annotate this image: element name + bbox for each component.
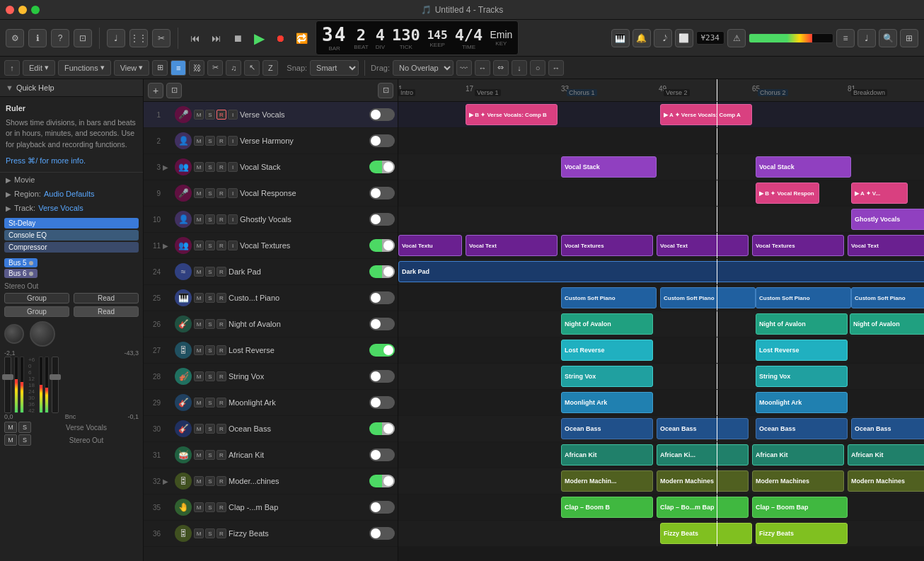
clip-african-kit-6[interactable]: African Kit — [848, 444, 924, 465]
mute-button[interactable]: M — [4, 422, 17, 433]
expand-icon[interactable]: ⇔ — [493, 60, 509, 76]
link-icon[interactable]: ⛓ — [189, 60, 204, 76]
drag-select[interactable]: No Overlap Overlap — [393, 60, 454, 76]
track-toggle-11[interactable] — [369, 239, 395, 252]
clip-custom-piano-1[interactable]: Custom Soft Piano — [561, 287, 657, 308]
track-toggle-36[interactable] — [369, 527, 395, 540]
rec-28[interactable]: R — [216, 371, 226, 381]
fx-stdelay[interactable]: St-Delay — [4, 218, 139, 229]
input-2[interactable]: I — [228, 136, 238, 146]
rewind-button[interactable]: ⏮ — [185, 28, 205, 48]
mute-26[interactable]: M — [194, 319, 204, 329]
clip-vocal-textures-1[interactable]: Vocal Textu — [398, 235, 462, 256]
mute-3[interactable]: M — [194, 162, 204, 172]
clip-african-kit-4[interactable]: African Kit — [752, 444, 844, 465]
midi2-icon[interactable]: ♫ — [226, 60, 241, 76]
down-arrow-icon[interactable]: ↓ — [512, 60, 527, 76]
solo-9[interactable]: S — [205, 188, 215, 198]
clip-clap-2[interactable]: Clap – Bo...m Bap — [657, 497, 749, 518]
waveform-icon[interactable]: 〰 — [456, 60, 472, 76]
note-icon[interactable]: ♩ — [857, 29, 876, 47]
solo-35[interactable]: S — [205, 502, 215, 512]
mute-36[interactable]: M — [194, 528, 204, 538]
clip-vocal-stack-1[interactable]: Vocal Stack — [561, 156, 657, 178]
loop-button[interactable]: 🔁 — [291, 28, 311, 48]
rec-10[interactable]: R — [216, 214, 226, 224]
solo-1[interactable]: S — [205, 110, 215, 120]
track-toggle-31[interactable] — [369, 449, 395, 461]
track-toggle-3[interactable] — [369, 161, 395, 173]
pan-knob[interactable] — [4, 324, 24, 344]
clip-vocal-textures-5[interactable]: Vocal Textures — [752, 235, 844, 256]
close-button[interactable] — [6, 6, 14, 14]
media-icon[interactable]: ⬜ — [675, 29, 693, 47]
track-toggle-10[interactable] — [369, 213, 395, 226]
grid-icon[interactable]: ⊞ — [152, 60, 168, 76]
aux-knob[interactable] — [30, 321, 55, 347]
solo-30[interactable]: S — [205, 424, 215, 434]
fx-consoleeq[interactable]: Console EQ — [4, 230, 139, 241]
clip-custom-piano-3[interactable]: Custom Soft Piano — [756, 287, 851, 308]
track-toggle-32[interactable] — [369, 475, 395, 487]
snap-select[interactable]: Smart Bar Beat Division — [310, 60, 359, 76]
clip-ghostly-vocals[interactable]: Ghostly Vocals — [851, 209, 924, 230]
clip-vocal-textures-3[interactable]: Vocal Textures — [561, 235, 653, 256]
solo-36[interactable]: S — [205, 528, 215, 538]
region-section[interactable]: ▶ Region: Audio Defaults — [0, 187, 143, 201]
clip-custom-piano-2[interactable]: Custom Soft Piano — [660, 287, 756, 308]
clip-moonlight-ark-2[interactable]: Moonlight Ark — [756, 392, 848, 413]
rec-27[interactable]: R — [216, 345, 226, 355]
mute-24[interactable]: M — [194, 267, 204, 277]
quickhelp-header[interactable]: ▼ Quick Help — [0, 79, 143, 97]
clip-vocal-response-2[interactable]: ▶ A ✦ V... — [851, 183, 908, 204]
mute-11[interactable]: M — [194, 241, 204, 250]
solo-24[interactable]: S — [205, 267, 215, 277]
track-toggle-35[interactable] — [369, 501, 395, 514]
track-section[interactable]: ▶ Track: Verse Vocals — [0, 201, 143, 215]
mute-32[interactable]: M — [194, 476, 204, 486]
rec-9[interactable]: R — [216, 188, 226, 198]
clip-lost-reverse-1[interactable]: Lost Reverse — [561, 340, 653, 361]
clip-african-kit-1[interactable]: African Kit — [561, 444, 653, 465]
clip-ocean-bass-1[interactable]: Ocean Bass — [561, 418, 653, 439]
mute-29[interactable]: M — [194, 398, 204, 407]
zoom-icon[interactable]: Z — [262, 60, 278, 76]
timeline-clips[interactable]: ▶ B ✦ Verse Vocals: Comp B ▶ A ✦ Verse V… — [398, 102, 924, 561]
track-toggle-9[interactable] — [369, 187, 395, 199]
movie-section[interactable]: ▶ Movie — [0, 173, 143, 187]
tracks-scroll-area[interactable]: 1 🎤 M S R I Verse Vocals 2 � — [144, 102, 924, 561]
rec-30[interactable]: R — [216, 424, 226, 434]
scissor-icon[interactable]: ✂ — [152, 29, 171, 47]
clip-night-of-avalon-1[interactable]: Night of Avalon — [561, 313, 653, 335]
track-toggle-30[interactable] — [369, 422, 395, 435]
add-track-button[interactable]: + — [148, 83, 163, 98]
maximize-button[interactable] — [31, 6, 40, 14]
group-button2[interactable]: Group — [4, 306, 69, 317]
rec-25[interactable]: R — [216, 293, 226, 303]
rec-24[interactable]: R — [216, 267, 226, 277]
browser-icon[interactable]: ⊞ — [900, 29, 918, 47]
solo-11[interactable]: S — [205, 241, 215, 250]
track-toggle-24[interactable] — [369, 265, 395, 278]
clip-vocal-response-1[interactable]: ▶ B ✦ Vocal Respon — [756, 183, 819, 204]
metronome-icon[interactable]: ♩ — [107, 29, 125, 47]
track-toggle-29[interactable] — [369, 396, 395, 409]
clip-string-vox-1[interactable]: String Vox — [561, 366, 653, 387]
clip-moonlight-ark-1[interactable]: Moonlight Ark — [561, 392, 653, 413]
mute-30[interactable]: M — [194, 424, 204, 434]
read-button[interactable]: Read — [74, 293, 139, 303]
mute-10[interactable]: M — [194, 214, 204, 224]
clip-night-of-avalon-3[interactable]: Night of Avalon — [850, 313, 924, 335]
scissors-icon[interactable]: ✂ — [207, 60, 223, 76]
input-10[interactable]: I — [228, 214, 238, 224]
fx-compressor[interactable]: Compressor — [4, 242, 139, 253]
solo-29[interactable]: S — [205, 398, 215, 407]
rec-2[interactable]: R — [216, 136, 226, 146]
rec-29[interactable]: R — [216, 398, 226, 407]
solo-2[interactable]: S — [205, 136, 215, 146]
clip-ocean-bass-3[interactable]: Ocean Bass — [756, 418, 848, 439]
rec-36[interactable]: R — [216, 528, 226, 538]
rec-26[interactable]: R — [216, 319, 226, 329]
mute-25[interactable]: M — [194, 293, 204, 303]
solo-3[interactable]: S — [205, 162, 215, 172]
